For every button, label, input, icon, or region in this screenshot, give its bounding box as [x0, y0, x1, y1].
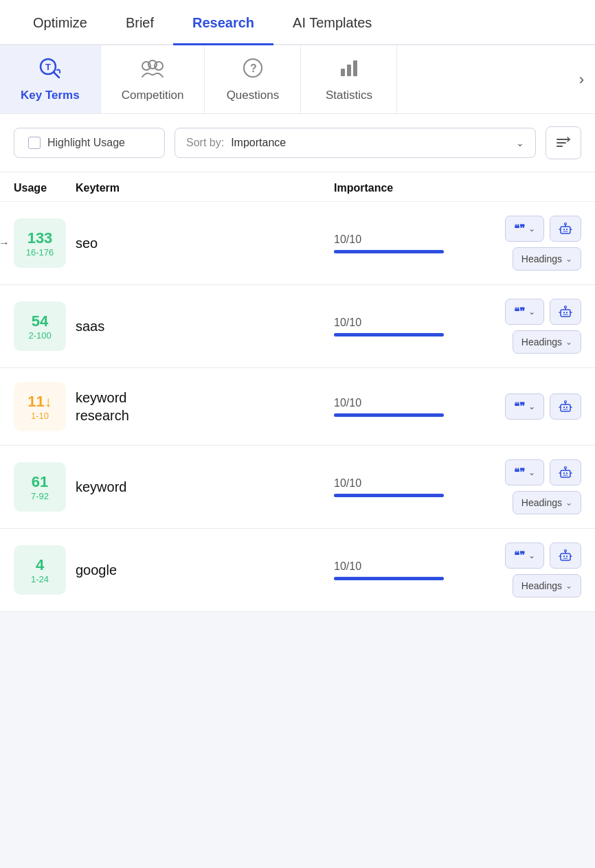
tab-optimize[interactable]: Optimize: [14, 0, 106, 45]
svg-rect-15: [563, 229, 565, 230]
actions-col-saas: ❝❞⌄ Headings⌄: [471, 299, 581, 354]
importance-score-saas: 10/10: [334, 317, 471, 329]
subtab-key-terms[interactable]: T Key Terms: [0, 45, 101, 113]
filter-bar: Highlight Usage Sort by: Importance ⌄: [0, 114, 595, 172]
subtab-competition[interactable]: Competition: [101, 45, 205, 113]
svg-text:?: ?: [250, 62, 257, 74]
keyterm-rows: 13316-176seo10/10❝❞⌄ Headings⌄542-100saa…: [0, 202, 595, 612]
subtabs-more-button[interactable]: ›: [568, 45, 595, 113]
quote-button-google[interactable]: ❝❞⌄: [505, 542, 544, 569]
importance-score-keyword: 10/10: [334, 477, 471, 490]
importance-col-seo: 10/10: [334, 233, 471, 253]
importance-bar-fill-keyword-research: [334, 413, 444, 417]
actions-top-saas: ❝❞⌄: [505, 299, 581, 325]
headings-label-keyword: Headings: [521, 497, 562, 508]
svg-point-19: [565, 223, 567, 225]
subtab-questions[interactable]: ? Questions: [205, 45, 301, 113]
actions-col-seo: ❝❞⌄ Headings⌄: [471, 216, 581, 271]
sort-value: Importance: [231, 137, 509, 149]
robot-button-seo[interactable]: [550, 216, 581, 242]
quote-button-keyword-research[interactable]: ❝❞⌄: [505, 393, 544, 420]
keyterm-name-seo: seo: [76, 234, 334, 252]
svg-rect-22: [561, 310, 570, 317]
actions-col-keyword-research: ❝❞⌄: [471, 393, 581, 420]
usage-number-keyword: 61: [32, 473, 48, 491]
usage-number-keyword-research: 11↓: [27, 393, 52, 411]
robot-button-keyword-research[interactable]: [550, 393, 581, 420]
svg-rect-38: [561, 470, 570, 477]
usage-badge-keyword-research: 11↓1-10: [14, 382, 66, 431]
headings-button-saas[interactable]: Headings⌄: [513, 330, 581, 354]
headings-button-seo[interactable]: Headings⌄: [513, 247, 581, 271]
robot-button-google[interactable]: [550, 542, 581, 569]
competition-icon: [141, 58, 164, 83]
importance-col-keyword: 10/10: [334, 477, 471, 497]
actions-col-google: ❝❞⌄ Headings⌄: [471, 542, 581, 597]
importance-bar-fill-saas: [334, 333, 444, 336]
importance-bar-fill-seo: [334, 250, 444, 253]
svg-rect-16: [566, 229, 568, 230]
svg-point-51: [565, 550, 567, 552]
svg-point-27: [565, 306, 567, 308]
sort-chevron-icon: ⌄: [516, 137, 524, 148]
highlight-usage-checkbox[interactable]: Highlight Usage: [14, 128, 165, 158]
subtab-statistics-label: Statistics: [326, 89, 372, 102]
headings-label-seo: Headings: [521, 253, 562, 264]
questions-icon: ?: [243, 58, 263, 83]
table-header: Usage Keyterm Importance: [0, 172, 595, 202]
importance-col-keyword-research: 10/10: [334, 397, 471, 417]
importance-bar-fill-keyword: [334, 494, 444, 497]
usage-number-seo: 133: [27, 229, 53, 247]
keyterm-row-google: 41-24google10/10❝❞⌄ Headings⌄: [0, 529, 595, 612]
importance-score-google: 10/10: [334, 560, 471, 573]
usage-number-saas: 54: [32, 312, 48, 330]
svg-rect-14: [561, 227, 570, 233]
importance-bar-fill-google: [334, 577, 444, 580]
robot-button-saas[interactable]: [550, 299, 581, 325]
subtab-questions-label: Questions: [227, 89, 280, 102]
svg-point-35: [565, 401, 567, 403]
importance-bar-bg-seo: [334, 250, 444, 253]
usage-badge-seo: 13316-176: [14, 218, 66, 268]
importance-col-saas: 10/10: [334, 317, 471, 336]
checkbox-box[interactable]: [28, 137, 41, 149]
usage-badge-google: 41-24: [14, 545, 66, 595]
headings-button-keyword[interactable]: Headings⌄: [513, 491, 581, 514]
sort-bar[interactable]: Sort by: Importance ⌄: [175, 128, 536, 158]
svg-rect-46: [561, 553, 570, 560]
svg-rect-48: [566, 556, 568, 557]
top-navigation: Optimize Brief Research AI Templates: [0, 0, 595, 45]
sub-tab-bar: T Key Terms Competition ? Questions: [0, 45, 595, 114]
svg-rect-32: [566, 407, 568, 408]
importance-bar-bg-saas: [334, 333, 444, 336]
quote-button-keyword[interactable]: ❝❞⌄: [505, 459, 544, 486]
tab-ai-templates[interactable]: AI Templates: [273, 0, 391, 45]
importance-col-google: 10/10: [334, 560, 471, 580]
importance-bar-bg-keyword: [334, 494, 444, 497]
subtab-statistics[interactable]: Statistics: [301, 45, 397, 113]
svg-rect-9: [347, 65, 351, 76]
keyterm-name-keyword-research: keyword research: [76, 389, 334, 424]
actions-top-keyword: ❝❞⌄: [505, 459, 581, 486]
tab-research[interactable]: Research: [173, 0, 273, 45]
svg-rect-23: [563, 312, 565, 313]
svg-rect-30: [561, 404, 570, 411]
headings-chevron-keyword: ⌄: [565, 498, 572, 507]
svg-rect-10: [353, 60, 357, 76]
tab-brief[interactable]: Brief: [106, 0, 173, 45]
usage-range-keyword-research: 1-10: [31, 411, 49, 421]
robot-button-keyword[interactable]: [550, 459, 581, 486]
headings-chevron-saas: ⌄: [565, 337, 572, 347]
sort-order-button[interactable]: [546, 126, 581, 159]
headings-chevron-seo: ⌄: [565, 254, 572, 264]
quote-button-saas[interactable]: ❝❞⌄: [505, 299, 544, 325]
svg-text:T: T: [45, 62, 51, 72]
headings-button-google[interactable]: Headings⌄: [513, 574, 581, 597]
importance-bar-bg-google: [334, 577, 444, 580]
headings-chevron-google: ⌄: [565, 581, 572, 591]
keyterm-row-saas: 542-100saas10/10❝❞⌄ Headings⌄: [0, 285, 595, 368]
svg-point-43: [565, 467, 567, 469]
svg-rect-40: [566, 472, 568, 474]
quote-button-seo[interactable]: ❝❞⌄: [505, 216, 544, 242]
col-header-importance: Importance: [334, 182, 471, 194]
